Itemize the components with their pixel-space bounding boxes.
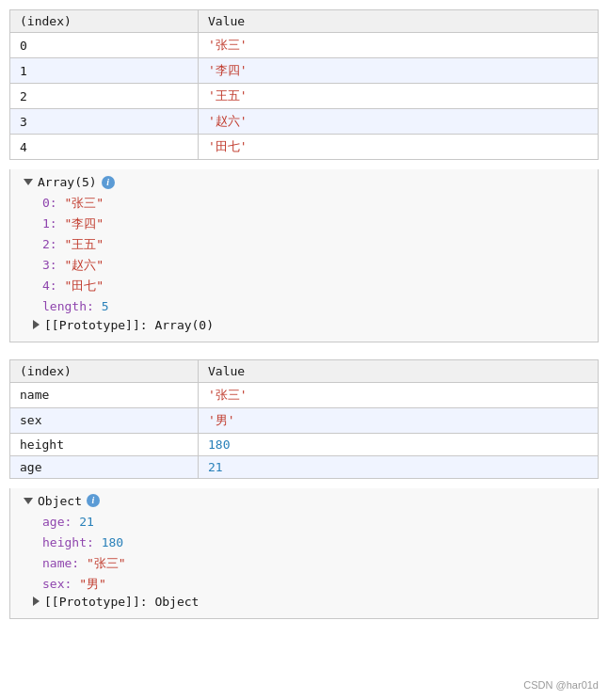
object-expand-label: Object — [38, 494, 82, 508]
object-collapse-triangle-icon — [24, 498, 33, 504]
object-expand-header[interactable]: Object i — [24, 494, 584, 508]
array-expand-header[interactable]: Array(5) i — [24, 175, 584, 189]
list-item: 1: "李四" — [42, 214, 584, 234]
table-row: height — [10, 433, 199, 455]
object-expand-rows: age: 21height: 180name: "张三"sex: "男" — [24, 512, 584, 595]
object-info-icon: i — [87, 494, 100, 507]
table-row: age — [10, 455, 199, 478]
array-table: (index) Value 0'张三'1'李四'2'王五'3'赵六'4'田七' — [9, 9, 599, 160]
list-item: 3: "赵六" — [42, 255, 584, 276]
array-expand-rows: 0: "张三"1: "李四"2: "王五"3: "赵六"4: "田七"lengt… — [24, 193, 584, 318]
table-row: 180 — [199, 433, 599, 455]
table-row: name — [10, 382, 199, 407]
table-row: '王五' — [199, 84, 599, 109]
table-row: '男' — [199, 407, 599, 433]
array-prototype-label: [[Prototype]]: Array(0) — [44, 318, 214, 332]
obj-col-value-header: Value — [199, 359, 599, 382]
col-value-header: Value — [199, 10, 599, 33]
table-row: '李四' — [199, 58, 599, 84]
array-prototype-row[interactable]: [[Prototype]]: Array(0) — [24, 318, 584, 332]
array-expand-label: Array(5) — [38, 175, 97, 189]
table-row: '张三' — [199, 382, 599, 407]
obj-col-index-header: (index) — [10, 359, 199, 382]
table-row: 0 — [10, 33, 199, 58]
list-item: 4: "田七" — [42, 276, 584, 296]
list-item: length: 5 — [42, 296, 584, 317]
list-item: height: 180 — [42, 533, 584, 553]
prototype-triangle-icon — [33, 320, 40, 329]
object-expand-section: Object i age: 21height: 180name: "张三"sex… — [9, 488, 599, 619]
list-item: 2: "王五" — [42, 234, 584, 255]
table-row: 2 — [10, 84, 199, 109]
table-row: '赵六' — [199, 109, 599, 135]
table-row: '张三' — [199, 33, 599, 58]
collapse-triangle-icon — [24, 179, 33, 185]
section2: (index) Value name'张三'sex'男'height180age… — [9, 359, 599, 619]
section1: (index) Value 0'张三'1'李四'2'王五'3'赵六'4'田七' … — [9, 9, 599, 342]
table-row: 21 — [199, 455, 599, 478]
array-expand-section: Array(5) i 0: "张三"1: "李四"2: "王五"3: "赵六"4… — [9, 169, 599, 342]
table-row: sex — [10, 407, 199, 433]
table-row: 4 — [10, 135, 199, 160]
table-row: '田七' — [199, 135, 599, 160]
table-row: 1 — [10, 58, 199, 84]
object-prototype-label: [[Prototype]]: Object — [44, 595, 199, 609]
table-row: 3 — [10, 109, 199, 135]
col-index-header: (index) — [10, 10, 199, 33]
list-item: name: "张三" — [42, 553, 584, 574]
list-item: 0: "张三" — [42, 193, 584, 214]
list-item: age: 21 — [42, 512, 584, 533]
object-prototype-row[interactable]: [[Prototype]]: Object — [24, 595, 584, 609]
obj-prototype-triangle-icon — [33, 597, 40, 606]
object-table: (index) Value name'张三'sex'男'height180age… — [9, 359, 599, 479]
list-item: sex: "男" — [42, 574, 584, 595]
array-info-icon: i — [102, 176, 115, 189]
